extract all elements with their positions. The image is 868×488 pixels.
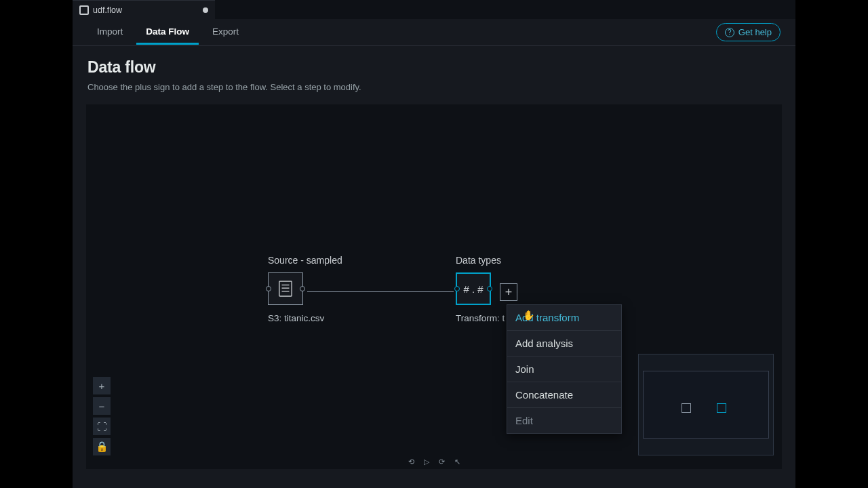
port-out[interactable] <box>487 286 492 291</box>
page-subtitle: Choose the plus sign to add a step to th… <box>87 82 781 92</box>
minimap-viewport[interactable] <box>643 371 769 439</box>
file-logo-icon <box>79 5 89 15</box>
port-in[interactable] <box>454 286 460 291</box>
port-out[interactable] <box>300 286 305 291</box>
zoom-out-button[interactable]: − <box>93 397 111 415</box>
zoom-controls: + − ⛶ 🔒 <box>93 377 111 455</box>
unsaved-indicator-icon <box>203 7 208 13</box>
file-tab-name: udf.flow <box>93 5 122 15</box>
node-data-types[interactable]: Data types # . # Transform: t <box>456 255 505 323</box>
app-frame: udf.flow Import Data Flow Export ? Get h… <box>73 0 795 488</box>
plus-icon: + <box>505 285 513 300</box>
menu-concatenate[interactable]: Concatenate <box>507 382 621 408</box>
nav-tabs: Import Data Flow Export <box>87 20 248 45</box>
tab-export[interactable]: Export <box>203 20 248 45</box>
footer-cursor-icon: ↖ <box>454 458 460 466</box>
node-source-title: Source - sampled <box>268 255 342 266</box>
nav-bar: Import Data Flow Export ? Get help <box>73 19 795 46</box>
port-in[interactable] <box>266 286 271 291</box>
menu-add-analysis[interactable]: Add analysis <box>507 331 621 357</box>
menu-add-transform[interactable]: Add transform ✋ <box>507 305 621 331</box>
menu-edit[interactable]: Edit <box>507 408 621 433</box>
context-menu: Add transform ✋ Add analysis Join Concat… <box>507 304 622 434</box>
dataset-icon <box>278 280 293 298</box>
footer-icon-2[interactable]: ▷ <box>424 458 429 466</box>
flow-canvas[interactable]: Source - sampled S3: titanic.csv Data ty… <box>86 104 782 469</box>
svg-rect-0 <box>279 281 292 296</box>
file-tab[interactable]: udf.flow <box>73 0 215 19</box>
get-help-button[interactable]: ? Get help <box>716 23 781 41</box>
minimap-node-source <box>682 403 691 413</box>
add-step-button[interactable]: + <box>500 283 517 301</box>
footer-icon-1[interactable]: ⟲ <box>408 458 414 466</box>
minimap-node-types <box>717 403 726 413</box>
zoom-fit-button[interactable]: ⛶ <box>93 418 111 435</box>
page-header: Data flow Choose the plus sign to add a … <box>73 46 795 99</box>
node-types-title: Data types <box>456 255 505 266</box>
node-source-box[interactable] <box>268 272 303 305</box>
page-title: Data flow <box>87 58 781 77</box>
node-types-subtitle: Transform: t <box>456 313 505 323</box>
zoom-in-button[interactable]: + <box>93 377 111 394</box>
tab-data-flow[interactable]: Data Flow <box>136 20 199 45</box>
tab-import[interactable]: Import <box>87 20 132 45</box>
get-help-label: Get help <box>738 27 772 37</box>
help-icon: ? <box>725 28 734 37</box>
lock-button[interactable]: 🔒 <box>93 438 111 455</box>
node-source[interactable]: Source - sampled S3: titanic.csv <box>268 255 342 323</box>
file-tabstrip: udf.flow <box>73 0 795 19</box>
footer-controls: ⟲ ▷ ⟳ ↖ <box>408 458 460 466</box>
menu-join[interactable]: Join <box>507 357 621 382</box>
minimap[interactable] <box>638 354 774 455</box>
node-types-content: # . # <box>463 283 483 295</box>
node-types-box[interactable]: # . # <box>456 272 491 305</box>
node-source-subtitle: S3: titanic.csv <box>268 313 342 323</box>
footer-icon-3[interactable]: ⟳ <box>439 458 445 466</box>
